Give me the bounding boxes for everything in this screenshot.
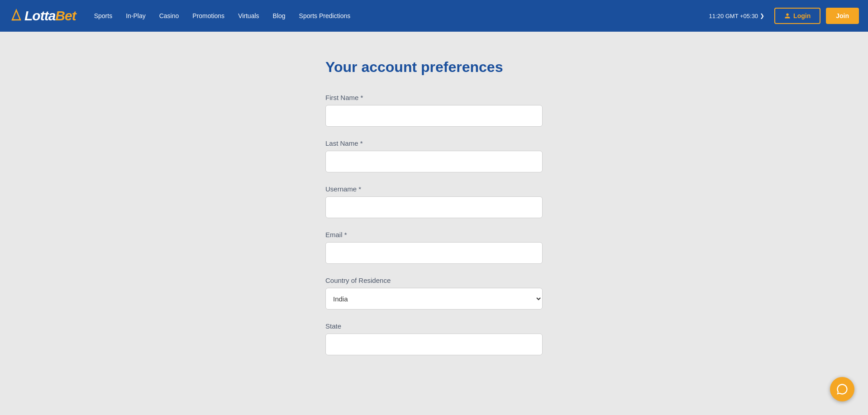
email-group: Email * xyxy=(325,231,543,264)
nav-casino[interactable]: Casino xyxy=(159,12,179,19)
country-select[interactable]: India United States United Kingdom xyxy=(325,288,543,310)
last-name-input[interactable] xyxy=(325,151,543,172)
form-title: Your account preferences xyxy=(325,59,543,76)
main-content: Your account preferences First Name * La… xyxy=(0,32,868,386)
chevron-right-icon: ❯ xyxy=(760,13,764,19)
time-text: 11:20 GMT +05:30 xyxy=(709,13,758,19)
email-input[interactable] xyxy=(325,242,543,264)
username-group: Username * xyxy=(325,185,543,218)
country-label: Country of Residence xyxy=(325,277,543,284)
username-label: Username * xyxy=(325,185,543,193)
account-preferences-form: Your account preferences First Name * La… xyxy=(325,59,543,368)
time-display: 11:20 GMT +05:30 ❯ xyxy=(709,13,765,19)
site-header: LottaBet Sports In-Play Casino Promotion… xyxy=(0,0,868,32)
last-name-label: Last Name * xyxy=(325,139,543,147)
logo[interactable]: LottaBet xyxy=(9,8,76,24)
svg-marker-0 xyxy=(12,10,20,20)
login-button[interactable]: Login xyxy=(774,8,820,24)
first-name-input[interactable] xyxy=(325,105,543,127)
state-label: State xyxy=(325,322,543,330)
first-name-group: First Name * xyxy=(325,94,543,127)
main-nav: Sports In-Play Casino Promotions Virtual… xyxy=(94,12,351,19)
nav-sports[interactable]: Sports xyxy=(94,12,112,19)
nav-inplay[interactable]: In-Play xyxy=(126,12,146,19)
header-right: 11:20 GMT +05:30 ❯ Login Join xyxy=(709,8,859,24)
nav-virtuals[interactable]: Virtuals xyxy=(238,12,259,19)
username-input[interactable] xyxy=(325,196,543,218)
user-icon xyxy=(784,13,791,19)
logo-bet: Bet xyxy=(55,8,76,23)
logo-lotta: Lotta xyxy=(24,8,55,23)
header-left: LottaBet Sports In-Play Casino Promotion… xyxy=(9,8,350,24)
nav-sports-predictions[interactable]: Sports Predictions xyxy=(299,12,351,19)
login-label: Login xyxy=(793,12,811,19)
state-input[interactable] xyxy=(325,334,543,355)
email-label: Email * xyxy=(325,231,543,239)
first-name-label: First Name * xyxy=(325,94,543,101)
chat-icon xyxy=(836,383,849,396)
last-name-group: Last Name * xyxy=(325,139,543,172)
join-button[interactable]: Join xyxy=(826,8,859,24)
nav-blog[interactable]: Blog xyxy=(273,12,286,19)
state-group: State xyxy=(325,322,543,355)
live-chat-button[interactable] xyxy=(830,377,854,401)
nav-promotions[interactable]: Promotions xyxy=(192,12,224,19)
country-group: Country of Residence India United States… xyxy=(325,277,543,310)
